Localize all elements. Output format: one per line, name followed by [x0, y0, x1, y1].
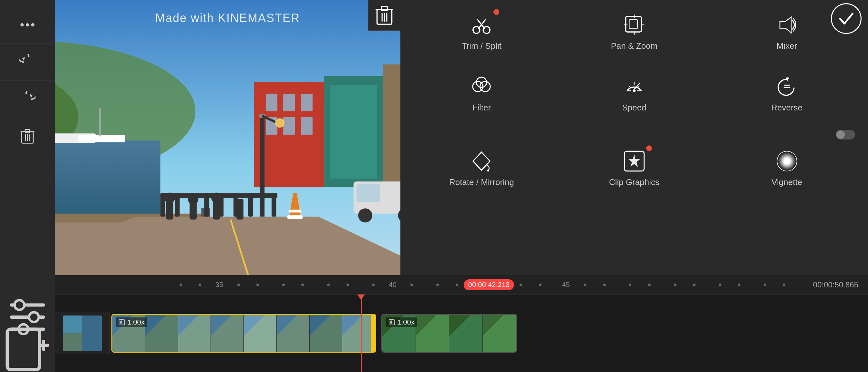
selected-clip[interactable]: 1.00x [112, 314, 376, 352]
svg-rect-78 [272, 193, 276, 217]
ruler-dot [410, 283, 413, 286]
filter-label: Filter [472, 103, 491, 113]
svg-rect-77 [248, 193, 253, 217]
tracks-container: 1.00x [110, 298, 868, 369]
clip-graphics-button[interactable]: Clip Graphics [607, 143, 662, 194]
delete-clip-button[interactable] [368, 0, 400, 31]
ruler-dot [346, 283, 349, 286]
svg-line-108 [638, 87, 639, 88]
svg-marker-99 [780, 17, 791, 33]
end-time-display: 00:00:50.865 [813, 280, 858, 289]
svg-rect-54 [55, 222, 324, 275]
svg-rect-24 [266, 94, 277, 111]
ruler-dot [584, 283, 586, 286]
svg-rect-28 [283, 117, 295, 135]
svg-point-66 [275, 118, 284, 128]
clip-graphics-icon [623, 150, 646, 173]
svg-rect-32 [383, 64, 400, 187]
vignette-icon [776, 150, 798, 173]
svg-rect-63 [260, 117, 265, 217]
svg-marker-4 [30, 94, 33, 97]
ruler-dot [764, 283, 766, 286]
svg-rect-72 [175, 193, 180, 217]
svg-line-107 [629, 87, 631, 88]
ruler-dot [180, 283, 182, 286]
panel-divider-2 [407, 125, 862, 125]
ruler-mark-45: 45 [562, 281, 569, 289]
pan-zoom-label: Pan & Zoom [611, 41, 658, 51]
more-options-button[interactable] [0, 6, 55, 43]
toggle-switch[interactable] [836, 130, 855, 140]
speed-button[interactable]: Speed [607, 68, 662, 120]
svg-point-0 [20, 23, 24, 27]
panel-row-1: Trim / Split Pan & Zoom [407, 6, 862, 58]
trim-split-button[interactable]: Trim / Split [454, 6, 509, 58]
ruler-mark-40: 40 [389, 281, 397, 289]
ruler-dot [282, 283, 285, 286]
current-time-display: 00:00:42.213 [464, 279, 514, 290]
svg-rect-74 [204, 193, 209, 217]
svg-rect-17 [7, 330, 40, 370]
ruler-dot [301, 283, 304, 286]
right-panel: Trim / Split Pan & Zoom [400, 0, 868, 275]
svg-marker-115 [628, 154, 641, 166]
svg-rect-80 [356, 184, 380, 202]
svg-rect-68 [287, 215, 303, 219]
panel-row-2: Filter [407, 68, 862, 120]
ruler-dot [436, 283, 439, 286]
svg-rect-75 [219, 193, 224, 217]
confirm-button[interactable] [831, 3, 862, 34]
top-row: 20 [55, 0, 868, 275]
svg-rect-69 [289, 210, 302, 213]
svg-point-101 [480, 82, 491, 92]
ruler-dot [629, 283, 631, 286]
trim-split-indicator [493, 9, 499, 15]
playhead[interactable] [361, 294, 362, 372]
main-content: 20 [55, 0, 868, 372]
filter-icon [470, 75, 493, 98]
import-button[interactable] [3, 333, 52, 366]
delete-button[interactable] [0, 118, 55, 155]
rotate-mirroring-label: Rotate / Mirroring [449, 177, 514, 187]
timeline-area: 35 40 45 [55, 275, 868, 372]
svg-rect-94 [629, 20, 638, 28]
speedometer-icon [623, 75, 646, 98]
ruler-mark-35: 35 [215, 281, 223, 289]
svg-rect-50 [99, 108, 100, 136]
filter-button[interactable]: Filter [454, 68, 509, 120]
second-clip[interactable]: 1.00x [381, 314, 517, 352]
ruler-dot [738, 283, 740, 286]
svg-rect-118 [63, 315, 82, 333]
svg-rect-73 [190, 193, 194, 217]
redo-button[interactable] [0, 81, 55, 118]
vignette-button[interactable]: Vignette [760, 143, 814, 194]
panel-divider-1 [407, 63, 862, 63]
undo-button[interactable] [0, 43, 55, 81]
timeline-ruler: 35 40 45 [55, 275, 868, 294]
ruler-dot [237, 283, 240, 286]
ruler-dot [520, 283, 522, 286]
reverse-icon [776, 75, 798, 98]
watermark: Made with KINEMASTER [155, 10, 300, 25]
clip-speed-label: 1.00x [116, 317, 147, 327]
clip-graphics-indicator [646, 145, 652, 151]
svg-point-102 [476, 77, 487, 88]
scissors-icon [470, 13, 493, 36]
ruler-dot [648, 283, 651, 286]
svg-point-116 [777, 151, 797, 171]
vignette-label: Vignette [771, 177, 802, 187]
svg-rect-29 [301, 117, 313, 135]
speed-label: Speed [622, 103, 646, 113]
ruler-dot [198, 283, 201, 286]
rotate-mirroring-button[interactable]: Rotate / Mirroring [454, 143, 509, 194]
trim-split-label: Trim / Split [462, 41, 501, 51]
pan-zoom-button[interactable]: Pan & Zoom [607, 6, 662, 58]
mixer-button[interactable]: Mixer [760, 6, 814, 58]
ruler-dot [783, 283, 785, 286]
reverse-button[interactable]: Reverse [760, 68, 814, 120]
svg-rect-71 [160, 193, 165, 217]
panel-row-3: Rotate / Mirroring Clip Graphics [407, 143, 862, 194]
svg-rect-31 [330, 85, 377, 179]
ruler-dot [327, 283, 330, 286]
ruler-dot [719, 283, 721, 286]
